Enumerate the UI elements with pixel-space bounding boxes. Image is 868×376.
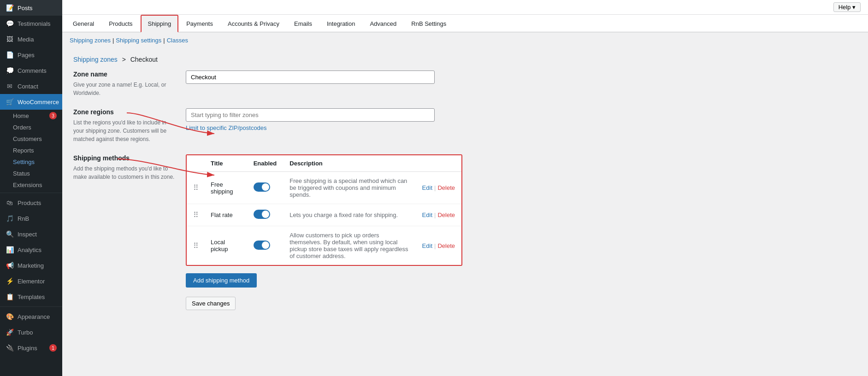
- sidebar-item-label: Products: [18, 200, 41, 206]
- sidebar-item-inspect[interactable]: 🔍 Inspect: [0, 226, 62, 242]
- sidebar-sub-orders[interactable]: Orders: [0, 122, 62, 133]
- table-row: ⠿ Free shipping Free shipping is a speci…: [187, 172, 461, 204]
- tab-advanced[interactable]: Advanced: [363, 15, 403, 32]
- sub-nav-shipping-settings[interactable]: Shipping settings: [116, 37, 161, 44]
- elementor-icon: ⚡: [6, 277, 14, 285]
- method-title-0: Free shipping: [204, 172, 247, 204]
- method-description-1: Lets you charge a fixed rate for shippin…: [283, 204, 415, 226]
- method-toggle-2[interactable]: [247, 226, 283, 265]
- drag-handle-0[interactable]: ⠿: [187, 172, 204, 204]
- sidebar-sub-reports[interactable]: Reports: [0, 145, 62, 156]
- zone-regions-section: Zone regions List the regions you'd like…: [73, 108, 857, 143]
- delete-link-1[interactable]: Delete: [437, 212, 455, 218]
- tab-products[interactable]: Products: [102, 15, 139, 32]
- sidebar-item-label: Comments: [18, 67, 47, 74]
- breadcrumb: Shipping zones > Checkout: [73, 56, 857, 63]
- sidebar-item-label: Media: [18, 36, 34, 43]
- sidebar-item-plugins[interactable]: 🔌 Plugins 1: [0, 340, 62, 356]
- sidebar-item-products[interactable]: 🛍 Products: [0, 195, 62, 211]
- table-row: ⠿ Flat rate Lets you charge a fixed rate…: [187, 204, 461, 226]
- zone-name-description: Give your zone a name! E.g. Local, or Wo…: [73, 81, 175, 97]
- sidebar-item-label: Inspect: [18, 231, 37, 238]
- method-toggle-0[interactable]: [247, 172, 283, 204]
- testimonials-icon: 💬: [6, 19, 14, 28]
- content-area: General Products Shipping Payments Accou…: [62, 15, 868, 376]
- sidebar-sub-home[interactable]: Home 3: [0, 110, 62, 122]
- method-title-2: Local pickup: [204, 226, 247, 265]
- tab-rnb-settings[interactable]: RnB Settings: [404, 15, 453, 32]
- sidebar-item-media[interactable]: 🖼 Media: [0, 31, 62, 47]
- sidebar-item-contact[interactable]: ✉ Contact: [0, 78, 62, 94]
- method-toggle-1[interactable]: [247, 204, 283, 226]
- tab-payments[interactable]: Payments: [179, 15, 220, 32]
- drag-handle-2[interactable]: ⠿: [187, 226, 204, 265]
- sidebar-item-label: WooCommerce: [18, 99, 59, 106]
- sidebar-sub-extensions[interactable]: Extensions: [0, 179, 62, 191]
- tab-accounts-privacy[interactable]: Accounts & Privacy: [221, 15, 286, 32]
- woocommerce-icon: 🛒: [6, 98, 14, 106]
- drag-handle-1[interactable]: ⠿: [187, 204, 204, 226]
- sidebar-item-marketing[interactable]: 📢 Marketing: [0, 258, 62, 273]
- sidebar-item-label: Turbo: [18, 329, 33, 336]
- sidebar-item-label: Marketing: [18, 262, 44, 269]
- sidebar-item-posts[interactable]: 📝 Posts: [0, 0, 62, 16]
- sidebar-item-label: Templates: [18, 294, 45, 300]
- sidebar-item-pages[interactable]: 📄 Pages: [0, 47, 62, 63]
- add-shipping-method-button[interactable]: Add shipping method: [186, 273, 257, 288]
- shipping-methods-table-box: Title Enabled Description ⠿ Free shippin…: [186, 154, 462, 266]
- sidebar-item-label: Posts: [18, 5, 33, 12]
- posts-icon: 📝: [6, 4, 14, 12]
- shipping-methods-table: Title Enabled Description ⠿ Free shippin…: [187, 155, 461, 265]
- sidebar-item-turbo[interactable]: 🚀 Turbo: [0, 324, 62, 340]
- main-area: Help ▾ General Products Shipping Payment…: [62, 0, 868, 376]
- sub-nav-classes[interactable]: Classes: [167, 37, 188, 44]
- appearance-icon: 🎨: [6, 312, 14, 321]
- products-icon: 🛍: [6, 199, 14, 207]
- page-body: Shipping zones > Checkout Zone name Give…: [62, 48, 868, 317]
- tab-emails[interactable]: Emails: [287, 15, 319, 32]
- shipping-methods-section: Shipping methods Add the shipping method…: [73, 154, 857, 310]
- delete-link-0[interactable]: Delete: [437, 184, 455, 191]
- tab-shipping[interactable]: Shipping: [141, 15, 179, 32]
- edit-link-2[interactable]: Edit: [422, 242, 432, 249]
- breadcrumb-parent[interactable]: Shipping zones: [73, 56, 118, 63]
- comments-icon: 💭: [6, 66, 14, 75]
- zone-regions-description: List the regions you'd like to include i…: [73, 118, 175, 143]
- rnb-icon: 🎵: [6, 214, 14, 223]
- zone-name-input[interactable]: [186, 70, 435, 84]
- sidebar-item-analytics[interactable]: 📊 Analytics: [0, 242, 62, 258]
- zip-postcodes-link[interactable]: Limit to specific ZIP/postcodes: [186, 124, 267, 131]
- help-button[interactable]: Help ▾: [833, 2, 861, 12]
- edit-link-0[interactable]: Edit: [422, 184, 432, 191]
- sidebar-item-comments[interactable]: 💭 Comments: [0, 63, 62, 78]
- sidebar-item-testimonials[interactable]: 💬 Testimonials: [0, 16, 62, 31]
- save-changes-button[interactable]: Save changes: [186, 297, 236, 310]
- table-row: ⠿ Local pickup Allow customers to pick u…: [187, 226, 461, 265]
- sidebar-item-rnb[interactable]: 🎵 RnB: [0, 211, 62, 226]
- sidebar-item-woocommerce[interactable]: 🛒 WooCommerce: [0, 94, 62, 110]
- zone-name-section: Zone name Give your zone a name! E.g. Lo…: [73, 70, 857, 97]
- delete-link-2[interactable]: Delete: [437, 242, 455, 249]
- sidebar-item-elementor[interactable]: ⚡ Elementor: [0, 273, 62, 289]
- col-description: Description: [283, 155, 415, 172]
- analytics-icon: 📊: [6, 246, 14, 254]
- sidebar-item-templates[interactable]: 📋 Templates: [0, 289, 62, 305]
- method-description-2: Allow customers to pick up orders themse…: [283, 226, 415, 265]
- contact-icon: ✉: [6, 82, 14, 90]
- sidebar-item-appearance[interactable]: 🎨 Appearance: [0, 309, 62, 324]
- zone-regions-input[interactable]: [186, 108, 435, 122]
- sidebar-sub-status[interactable]: Status: [0, 168, 62, 179]
- method-actions-1: Edit | Delete: [416, 204, 461, 226]
- sidebar-sub-settings[interactable]: Settings: [0, 156, 62, 168]
- method-title-1: Flat rate: [204, 204, 247, 226]
- pages-icon: 📄: [6, 51, 14, 59]
- sub-nav-shipping-zones[interactable]: Shipping zones: [70, 37, 111, 44]
- tab-integration[interactable]: Integration: [320, 15, 362, 32]
- method-actions-2: Edit | Delete: [416, 226, 461, 265]
- edit-link-1[interactable]: Edit: [422, 212, 432, 218]
- plugins-icon: 🔌: [6, 344, 14, 352]
- zone-regions-heading: Zone regions: [73, 108, 175, 116]
- tab-general[interactable]: General: [66, 15, 101, 32]
- sidebar-item-label: RnB: [18, 215, 29, 222]
- sidebar-sub-customers[interactable]: Customers: [0, 133, 62, 145]
